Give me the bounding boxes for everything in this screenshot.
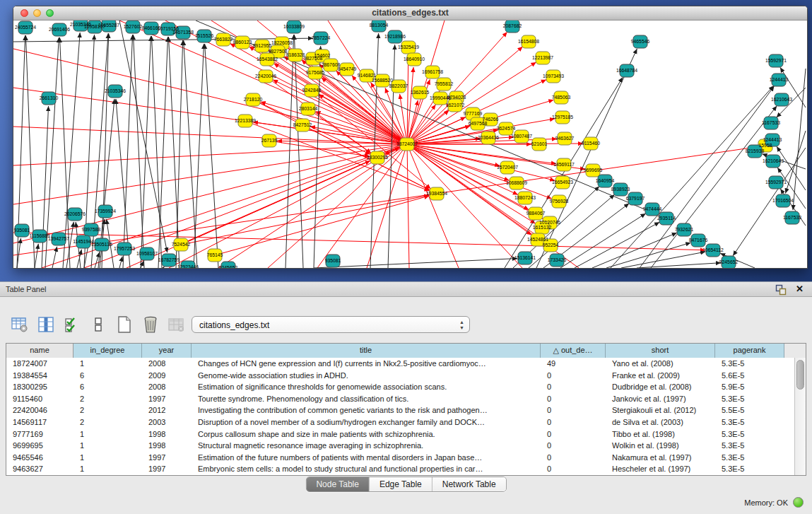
cell-out_de[interactable]: 0 [541, 404, 606, 416]
graph-node[interactable] [108, 85, 122, 98]
graph-node[interactable] [140, 247, 154, 260]
cell-name[interactable]: 9463627 [6, 463, 73, 475]
cell-year[interactable]: 2012 [142, 404, 192, 416]
graph-node[interactable] [95, 238, 109, 251]
cell-name[interactable]: 18300295 [6, 381, 73, 393]
graph-node[interactable] [208, 249, 222, 262]
graph-node[interactable] [518, 252, 532, 264]
graph-node[interactable] [314, 32, 328, 45]
graph-node[interactable] [706, 244, 720, 257]
cell-pagerank[interactable]: 5.3E-5 [715, 463, 784, 475]
graph-node[interactable] [536, 52, 550, 64]
graph-node[interactable] [33, 230, 47, 243]
row-height-icon[interactable] [88, 315, 108, 334]
graph-node[interactable] [558, 132, 572, 145]
table-row[interactable]: 946362711997Embryonic stem cells: a mode… [6, 463, 794, 475]
graph-node[interactable] [287, 21, 301, 33]
cell-name[interactable]: 9115460 [6, 393, 73, 405]
cell-name[interactable]: 9465546 [6, 452, 73, 464]
cell-out_de[interactable]: 0 [541, 381, 606, 393]
table-row[interactable]: 977716911998Corpus callosum shape and si… [6, 428, 794, 440]
graph-node[interactable] [499, 122, 513, 135]
table-row[interactable]: 946554611997Estimation of the future num… [6, 452, 794, 464]
graph-nodes[interactable] [15, 21, 799, 269]
graph-node[interactable] [235, 36, 249, 49]
graph-node[interactable] [102, 21, 116, 32]
graph-node[interactable] [216, 33, 230, 46]
graph-node[interactable] [550, 254, 564, 267]
cell-in_degree[interactable]: 6 [73, 370, 142, 382]
cell-pagerank[interactable]: 5.3E-5 [715, 393, 784, 405]
cell-name[interactable]: 9777169 [6, 428, 73, 440]
graph-node[interactable] [305, 84, 319, 97]
table-row[interactable]: 1830029562008Estimation of significance … [6, 381, 794, 393]
cell-in_degree[interactable]: 2 [73, 416, 142, 428]
cell-title[interactable]: Disruption of a novel member of a sodium… [192, 416, 541, 428]
cell-in_degree[interactable]: 6 [73, 381, 142, 393]
cell-in_degree[interactable]: 1 [73, 440, 142, 452]
column-header-name[interactable]: name [6, 344, 73, 358]
graph-node[interactable] [407, 53, 421, 66]
graph-node[interactable] [288, 49, 302, 62]
graph-node[interactable] [52, 233, 66, 245]
cell-year[interactable]: 2008 [142, 381, 192, 393]
graph-node[interactable] [598, 175, 612, 187]
graph-node[interactable] [88, 21, 102, 33]
graph-node[interactable] [295, 119, 310, 132]
cell-year[interactable]: 1997 [142, 452, 192, 464]
table-header-row[interactable]: namein_degreeyeartitle△ out_de…shortpage… [6, 344, 806, 358]
graph-node[interactable] [425, 66, 440, 78]
graph-node[interactable] [246, 93, 260, 106]
cell-in_degree[interactable]: 1 [73, 452, 142, 464]
graph-node[interactable] [400, 138, 414, 151]
graph-node[interactable] [308, 66, 322, 79]
graph-node[interactable] [68, 208, 82, 221]
cell-year[interactable]: 2003 [142, 416, 192, 428]
graph-node[interactable] [677, 223, 691, 236]
cell-in_degree[interactable]: 1 [73, 358, 142, 370]
column-header-title[interactable]: title [192, 344, 541, 358]
cell-out_de[interactable]: 0 [541, 416, 606, 428]
graph-node[interactable] [531, 233, 545, 246]
graph-node[interactable] [52, 23, 66, 36]
graph-node[interactable] [584, 137, 598, 150]
graph-node[interactable] [522, 35, 536, 48]
tab-node-table[interactable]: Node Table [306, 477, 370, 492]
graph-node[interactable] [430, 187, 444, 200]
table-panel-titlebar[interactable]: Table Panel ✕ [0, 281, 812, 297]
cell-short[interactable]: Yano et al. (2008) [606, 358, 715, 370]
cell-short[interactable]: Franke et al. (2009) [606, 370, 715, 382]
graph-node[interactable] [628, 192, 642, 205]
cell-out_de[interactable]: 49 [541, 358, 606, 370]
cell-short[interactable]: Dudbridge et al. (2008) [606, 381, 715, 393]
graph-node[interactable] [532, 138, 546, 151]
graph-node[interactable] [764, 117, 778, 129]
graph-node[interactable] [722, 256, 736, 269]
select-all-checkmarks-icon[interactable] [62, 315, 82, 334]
graph-node[interactable] [259, 70, 273, 83]
cell-year[interactable]: 2009 [142, 370, 192, 382]
graph-node[interactable] [392, 80, 406, 93]
graph-node[interactable] [262, 134, 276, 147]
graph-node[interactable] [552, 195, 566, 208]
cell-out_de[interactable]: 0 [541, 428, 606, 440]
column-header-year[interactable]: year [142, 344, 192, 358]
graph-node[interactable] [255, 40, 269, 52]
graph-node[interactable] [375, 74, 389, 87]
graph-node[interactable] [326, 255, 340, 267]
cell-year[interactable]: 1998 [142, 428, 192, 440]
table-selector-dropdown[interactable]: citations_edges.txt ▲▼ [192, 316, 470, 333]
table-options-icon[interactable] [10, 315, 30, 334]
cell-out_de[interactable]: 0 [541, 370, 606, 382]
close-panel-icon[interactable]: ✕ [796, 284, 804, 294]
cell-title[interactable]: Embryonic stem cells: a model to study s… [192, 463, 541, 475]
graph-node[interactable] [176, 26, 190, 39]
tab-edge-table[interactable]: Edge Table [370, 477, 433, 492]
column-header-pagerank[interactable]: pagerank [715, 344, 784, 358]
network-canvas[interactable]: 1872400776638228860123891295518226058982… [13, 21, 807, 269]
graph-node[interactable] [766, 155, 780, 168]
column-header-in_degree[interactable]: in_degree [73, 344, 142, 358]
graph-node[interactable] [500, 161, 514, 174]
cell-title[interactable]: Estimation of the future numbers of pati… [192, 452, 541, 464]
cell-title[interactable]: Genome-wide association studies in ADHD. [192, 370, 541, 382]
